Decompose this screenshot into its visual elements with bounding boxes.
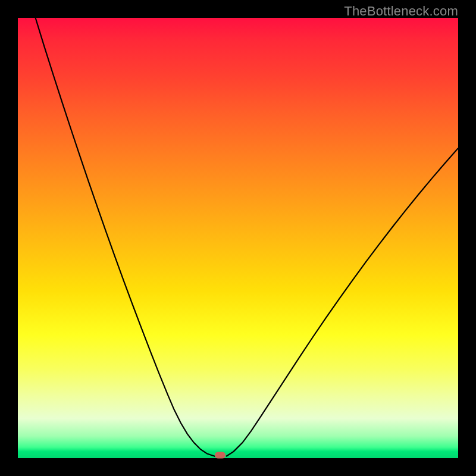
curve-svg xyxy=(18,18,458,458)
plot-area xyxy=(18,18,458,458)
chart-container: TheBottleneck.com xyxy=(0,0,476,476)
watermark-text: TheBottleneck.com xyxy=(344,4,458,19)
curve-left xyxy=(36,18,215,456)
curve-right xyxy=(226,148,458,456)
optimum-marker xyxy=(215,452,226,458)
